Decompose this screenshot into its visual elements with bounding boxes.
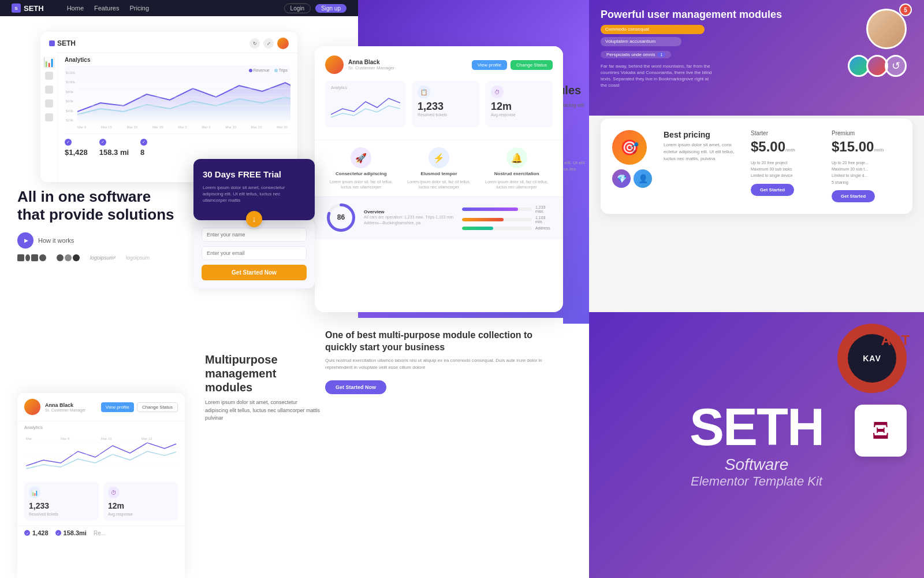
feat-icon-desc-1: Lorem ipsum dolor sit, faz cit tellus, l… [403,179,475,190]
ov-fill-1 [462,218,504,221]
signup-button[interactable]: Sign up [315,4,346,13]
mini-user-name: Anna Black [45,402,101,408]
user-mgmt-title: Powerful user management modules [601,9,797,21]
bar-1: Voluptatem accusantium [601,37,681,46]
avatar-arrow[interactable]: ↺ [885,55,907,77]
nav-features[interactable]: Features [94,5,119,12]
best-get-started-btn[interactable]: Get Started Now [325,380,386,394]
x-8: Mar 30 [277,125,288,129]
expand-icon[interactable]: ⤢ [263,38,274,49]
mini-view-profile-btn[interactable]: View profile [101,402,134,412]
feat-icon-desc-0: Lorem ipsum dolor sit, faz cit tellus, l… [325,179,397,190]
dashboard-icons: ↻ ⤢ [249,38,289,49]
sidebar-icon-1[interactable] [45,72,53,80]
pricing-icon-sm-0: 💎 [612,169,631,188]
mini-bottom-stat-2: ✓ 158.3mi [55,529,87,536]
sidebar-icon-chart[interactable]: 📊 [45,58,53,66]
name-input[interactable] [202,228,307,242]
dashboard-stats: $1,428 158.3 mi 8 [65,134,290,158]
ov-val-1: 1,103 min. [535,216,553,224]
feat-icon-2: 🔔 [506,147,527,168]
gauge-section: 86 Overview All cars are operation: 1,23… [315,197,563,239]
svg-text:86: 86 [337,213,345,221]
pricing-desc: Lorem ipsum dolor sit amet, cons ectetur… [664,142,739,162]
best-section: One of best multi-purpose module collect… [315,318,563,406]
ov-track-0 [462,208,532,211]
mini-stat-icon-1: 📊 [29,487,40,498]
mini-bottom-stat-3: Re... [94,529,106,536]
bottom-left-text: Multipurpose management modules Lorem ip… [205,353,321,423]
ov-val-0: 1,233 max. [535,205,553,213]
mini-change-status-btn[interactable]: Change Status [137,402,178,412]
email-input[interactable] [202,246,307,260]
mini-dashboard: Anna Black Sr. Custemer Manager View pro… [17,393,185,578]
bar-0: Commodo consequat [601,25,705,34]
premium-get-started-btn[interactable]: Get Started [832,190,875,202]
kavart-text: KAV [863,354,881,363]
feat-stat-sub-1: Avg.response [491,113,547,117]
plan-starter-features: Up to 20 free project Maximum 30 sub tas… [751,160,820,179]
stat-distance: 158.3 mi [99,139,129,158]
left-panel: S SETH Home Features Pricing Login Sign … [0,0,358,578]
navbar-actions: Login Sign up [284,3,346,13]
how-it-works: How it works [17,232,179,249]
get-started-button[interactable]: Get Started Now [202,265,307,280]
avatar-group: 5 [866,9,907,49]
kavart-logo: KAV ART [837,324,907,393]
mini-stats-row: 📊 1,233 Resolved tickets ⏱ 12m Avg.respo… [17,477,185,525]
elementor-logo: Ξ [855,405,907,457]
user-bar-row: Commodo consequat Voluptatem accusantium… [601,25,797,58]
mini-bottom-stat-1: ✓ 1,428 [24,529,49,536]
feature-icons-grid: 🚀 Consectetur adipiscing Lorem ipsum dol… [315,140,563,197]
plan-premium-price: $15.00/mth [832,139,901,155]
mini-stat-icon-2: ⏱ [108,487,120,498]
check-icon-1: ✓ [24,530,30,536]
plan-feat-1-1: Maximum 30 sub t... [832,166,901,172]
gauge-row: 86 Overview All cars are operation: 1,23… [325,202,553,234]
logo-icon: S [12,3,21,13]
feature-user-info: Anna Black Sr. Custemer Manager [348,59,472,71]
login-button[interactable]: Login [284,3,311,13]
play-button[interactable] [17,232,33,249]
sidebar-icon-4[interactable] [45,113,53,121]
nav-home[interactable]: Home [67,5,84,12]
plan-starter: Starter $5.00/mth Up to 20 free project … [751,130,820,202]
bl-desc: Lorem ipsum dolor sit amet, consectetur … [205,399,321,423]
stat-check-2 [140,139,147,146]
mini-chart: Mar Mar 8 Mar 15 Mar 22 [17,431,185,477]
kavart-outer: KAV ART [837,324,907,393]
gauge-bars: 1,233 max. 1,103 min. Address [462,205,553,230]
pricing-title: Best pricing [664,130,739,139]
response-icon: ⏱ [491,86,504,98]
mini-stat-num-1: 1,233 [29,501,94,510]
sidebar-icon-3[interactable] [45,99,53,108]
feat-stat-sub-0: Resolved tickets [418,113,474,117]
trial-title: 30 Days FREE Trial [203,169,305,180]
plan-premium: Premium $15.00/mth Up to 20 free proje..… [832,130,901,202]
starter-get-started-btn[interactable]: Get Started [751,184,794,196]
svg-text:Mar: Mar [26,437,32,440]
view-profile-btn[interactable]: View profile [472,60,507,70]
mini-stat-2: ⏱ 12m Avg.response [103,482,178,521]
change-status-btn[interactable]: Change Status [511,60,553,70]
sidebar-icon-2[interactable] [45,86,53,94]
seth-kit-text: Elementor Template Kit [690,474,824,489]
gauge-svg: 86 [325,202,357,234]
stat-value-1: 158.3 mi [99,148,129,157]
nav-pricing[interactable]: Pricing [129,5,149,12]
avatar-main [866,9,907,49]
mini-analytics-label: Analytics [17,421,185,431]
pricing-section: 🎯 💎 👤 Best pricing Lorem ipsum dolor sit… [601,118,912,214]
revenue-chart-svg [77,71,290,123]
pricing-small-icons: 💎 👤 [612,169,652,188]
seth-text: SETH Software Elementor Template Kit [690,401,824,489]
logo-dot [49,40,55,46]
refresh-icon[interactable]: ↻ [249,38,260,49]
elementor-e: Ξ [872,418,889,443]
chart-y-labels: $120k $100k $80k $60k $40k $20k [66,71,75,122]
avatar-small-group: ↺ [848,55,907,77]
feature-card: Anna Black Sr. Custemer Manager View pro… [315,46,563,312]
stat-158mi: 158.3mi [64,529,87,536]
svg-text:Mar 15: Mar 15 [101,437,112,440]
mini-avatar [24,399,40,415]
